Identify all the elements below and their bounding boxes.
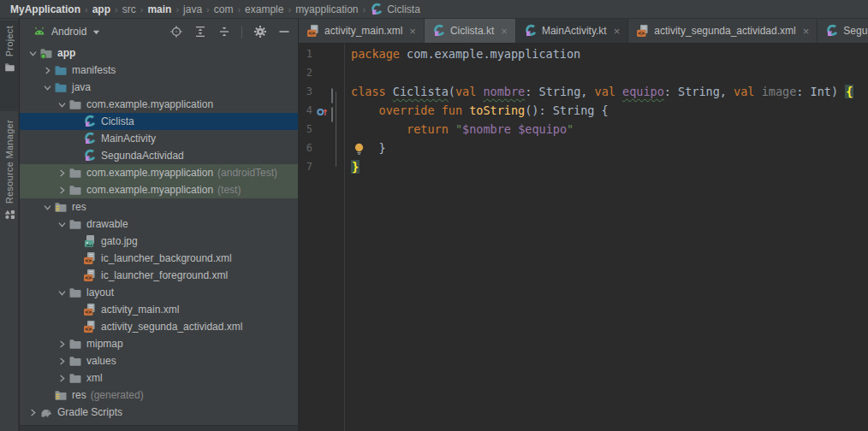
chevron-down-icon[interactable] [41,81,53,93]
code-line-7[interactable]: 7} [299,157,868,176]
breadcrumb-separator: › [363,4,366,15]
chevron-right-icon[interactable] [56,372,68,384]
intention-bulb-icon[interactable] [354,142,365,155]
panel-editor-divider[interactable] [298,19,299,431]
breadcrumb-item[interactable]: src [122,3,136,15]
chevron-right-icon[interactable] [27,406,39,418]
tree-row-com-example-myapplication[interactable]: com.example.myapplication(test) [20,181,298,198]
tree-item-label: manifests [72,64,116,76]
stripe-button-project[interactable]: Project [0,21,19,111]
breadcrumb-item[interactable]: app [92,3,110,15]
code-line-3[interactable]: 3class Ciclista(val nombre: String, val … [299,82,868,101]
collapse-all-button[interactable] [217,25,231,39]
editor-tab-mainactivity-kt[interactable]: MainActivity.kt× [516,19,628,43]
breadcrumb-item[interactable]: main [147,3,171,15]
tree-row-app[interactable]: app [20,44,298,62]
tree-row-res[interactable]: res(generated) [20,387,298,404]
code-line-5[interactable]: 5 return "$nombre $equipo" [299,120,868,139]
tree-row-java[interactable]: java [20,79,298,96]
chevron-right-icon[interactable] [56,355,68,367]
line-number: 2 [299,63,312,82]
editor-tab-segundaactividad-kt[interactable]: SegundaActividad.kt [817,19,868,43]
tree-row-manifests[interactable]: manifests [20,62,298,79]
breadcrumb: MyApplication›app›src›main›java›com›exam… [0,0,868,19]
xml-file-icon: <> [83,251,97,265]
svg-text:<>: <> [308,30,315,37]
tree-item-suffix: (androidTest) [217,167,277,179]
breadcrumb-separator: › [237,4,241,15]
breadcrumb-separator: › [206,4,210,15]
tree-row-ic-launcher-foreground-xml[interactable]: <>ic_launcher_foreground.xml [20,267,298,284]
tree-item-label: com.example.myapplication [86,167,213,179]
locate-button[interactable] [169,25,183,39]
chevron-right-icon[interactable] [41,64,53,76]
tree-row-mipmap[interactable]: mipmap [20,335,298,352]
tree-item-label: com.example.myapplication [86,98,213,110]
chevron-down-icon[interactable] [56,98,68,110]
tree-item-label: layout [86,286,114,298]
chevron-down-icon[interactable] [56,286,68,298]
expand-all-button[interactable] [193,25,207,39]
arrow-spacer [70,304,82,316]
breadcrumb-item[interactable]: Ciclista [370,3,420,16]
tree-item-label: MainActivity [101,133,156,145]
tab-close-icon[interactable]: × [409,26,416,37]
tree-row-mainactivity[interactable]: MainActivity [20,130,298,147]
chevron-down-icon[interactable] [56,218,68,230]
tree-row-drawable[interactable]: drawable [20,216,298,233]
tree-row-values[interactable]: values [20,352,298,369]
tree-row-gradle-scripts[interactable]: Gradle Scripts [20,404,298,421]
code-line-6[interactable]: 6 } [299,139,868,157]
tab-close-icon[interactable]: × [501,26,508,37]
hide-button[interactable] [276,25,291,39]
tab-close-icon[interactable]: × [614,26,621,37]
stripe-button-resource-manager[interactable]: Resource Manager [0,115,19,241]
code-editor[interactable]: 1package com.example.myapplication23clas… [299,44,868,431]
tree-row-activity-main-xml[interactable]: <>activity_main.xml [20,301,298,318]
arrow-spacer [70,235,82,247]
gutter-cell: 2 [299,63,345,82]
tree-row-ic-launcher-background-xml[interactable]: <>ic_launcher_background.xml [20,250,298,267]
chevron-right-icon[interactable] [56,184,68,196]
tree-row-gato-jpg[interactable]: gato.jpg [20,233,298,250]
tree-row-layout[interactable]: layout [20,284,298,301]
editor-tab-activity-segunda-actividad-xml[interactable]: <>activity_segunda_actividad.xml× [628,19,817,43]
arrow-spacer [70,150,82,162]
chevron-down-icon[interactable] [41,201,53,213]
code-token: package [351,47,407,61]
tree-row-activity-segunda-actividad-xml[interactable]: <>activity_segunda_actividad.xml [20,318,298,335]
code-token [351,103,379,117]
chevron-right-icon[interactable] [56,338,68,350]
code-token: equipo [622,85,664,98]
chevron-down-icon[interactable] [27,47,39,59]
breadcrumb-item[interactable]: MyApplication [10,3,80,15]
breadcrumb-item[interactable]: java [183,3,202,15]
code-line-2[interactable]: 2 [299,63,868,82]
editor-tab-activity-main-xml[interactable]: <>activity_main.xml× [299,19,425,43]
tree-item-suffix: (test) [217,184,241,196]
project-view-selector[interactable]: Android [32,24,101,39]
code-token: Ciclista [393,85,449,98]
tree-row-ciclista[interactable]: Ciclista [20,113,298,130]
gutter-cell: 6 [299,139,345,157]
settings-button[interactable] [253,25,267,39]
breadcrumb-item[interactable]: example [245,3,283,15]
chevron-right-icon[interactable] [56,167,68,179]
folder-package-icon [68,183,82,197]
editor-tab-ciclista-kt[interactable]: Ciclista.kt× [425,19,516,43]
tree-row-com-example-myapplication[interactable]: com.example.myapplication(androidTest) [20,164,298,181]
tree-item-label: drawable [86,218,128,230]
project-folder-icon [4,62,15,73]
line-number: 1 [299,44,312,63]
tree-row-res[interactable]: res [20,198,298,216]
tree-row-xml[interactable]: xml [20,369,298,387]
tree-item-label: xml [86,372,103,384]
tree-item-label: res [72,201,86,213]
breadcrumb-item[interactable]: com [214,3,234,15]
code-line-1[interactable]: 1package com.example.myapplication [299,44,868,63]
tree-row-com-example-myapplication[interactable]: com.example.myapplication [20,96,298,113]
breadcrumb-item[interactable]: myapplication [295,3,358,15]
tree-row-segundaactividad[interactable]: SegundaActividad [20,147,298,164]
tab-close-icon[interactable]: × [803,26,810,37]
code-line-4[interactable]: 4 override fun toString(): String { [299,101,868,120]
